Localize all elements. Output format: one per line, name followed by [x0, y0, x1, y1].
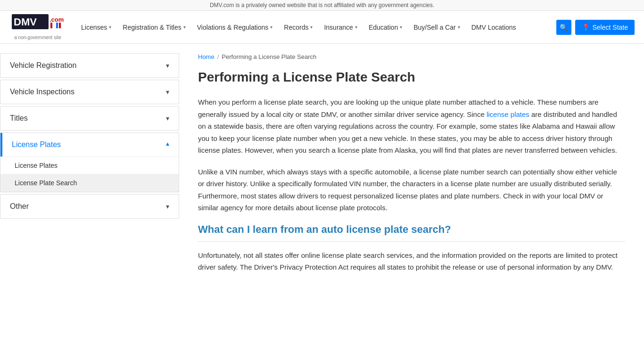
breadcrumb-home[interactable]: Home: [198, 53, 215, 60]
section-2-title: What can I learn from an auto license pl…: [198, 223, 625, 242]
paragraph-1: When you perform a license plate search,…: [198, 96, 625, 156]
chevron-icon: ▾: [270, 25, 272, 30]
breadcrumb-current: Performing a License Plate Search: [222, 53, 316, 60]
page-title: Performing a License Plate Search: [198, 70, 625, 85]
header: DMV .com a non-government site Licenses …: [0, 11, 644, 44]
select-state-button[interactable]: 📍 Select State: [575, 20, 635, 35]
chevron-down-icon: ▾: [166, 88, 169, 96]
sidebar-item-titles: Titles ▾: [0, 106, 179, 131]
sidebar-other-header[interactable]: Other ▾: [0, 195, 179, 218]
nav-locations[interactable]: DMV Locations: [466, 11, 522, 44]
chevron-down-icon: ▾: [166, 62, 169, 69]
paragraph-3: Unfortunately, not all states offer onli…: [198, 249, 625, 273]
chevron-icon: ▾: [458, 25, 460, 30]
svg-rect-5: [56, 23, 58, 28]
chevron-icon: ▾: [109, 25, 111, 30]
content-body: When you perform a license plate search,…: [198, 96, 625, 273]
search-icon: 🔍: [560, 24, 568, 31]
nav-buy-sell[interactable]: Buy/Sell a Car ▾: [408, 11, 465, 44]
breadcrumb-separator: /: [217, 53, 219, 60]
sidebar-item-license-plates: License Plates ▾ License Plates License …: [0, 132, 179, 192]
main-content: Home / Performing a License Plate Search…: [179, 44, 644, 292]
sidebar-vehicle-inspections-header[interactable]: Vehicle Inspections ▾: [0, 80, 179, 104]
sidebar: Vehicle Registration ▾ Vehicle Inspectio…: [0, 44, 179, 292]
nav-education[interactable]: Education ▾: [363, 11, 408, 44]
sidebar-item-vehicle-registration: Vehicle Registration ▾: [0, 53, 179, 78]
chevron-down-icon: ▾: [166, 203, 169, 210]
sidebar-titles-header[interactable]: Titles ▾: [0, 107, 179, 130]
dmv-logo-svg: DMV .com: [12, 14, 64, 34]
sidebar-sub-license-plates[interactable]: License Plates: [0, 157, 179, 174]
sidebar-item-vehicle-inspections: Vehicle Inspections ▾: [0, 80, 179, 104]
pin-icon: 📍: [582, 24, 590, 31]
svg-rect-4: [53, 23, 55, 28]
nav-records[interactable]: Records ▾: [278, 11, 318, 44]
logo-area[interactable]: DMV .com a non-government site: [9, 14, 66, 40]
sidebar-sub-license-plate-search[interactable]: License Plate Search: [0, 174, 179, 192]
nav-registration[interactable]: Registration & Titles ▾: [117, 11, 191, 44]
nav-violations[interactable]: Violations & Regulations ▾: [191, 11, 279, 44]
sidebar-item-other: Other ▾: [0, 194, 179, 219]
chevron-down-icon: ▾: [166, 115, 169, 122]
sidebar-license-plates-sub: License Plates License Plate Search: [0, 156, 179, 192]
paragraph-2: Unlike a VIN number, which always stays …: [198, 166, 625, 214]
sidebar-license-plates-header[interactable]: License Plates ▾: [0, 133, 179, 156]
svg-text:.com: .com: [50, 16, 64, 23]
chevron-up-icon: ▾: [166, 141, 169, 148]
nav-licenses[interactable]: Licenses ▾: [75, 11, 117, 44]
top-banner: DMV.com is a privately owned website tha…: [0, 0, 644, 11]
nav-right: 🔍 📍 Select State: [556, 20, 635, 35]
license-plates-link[interactable]: license plates: [487, 110, 529, 118]
chevron-icon: ▾: [400, 25, 402, 30]
chevron-icon: ▾: [355, 25, 357, 30]
svg-rect-3: [50, 23, 52, 28]
sidebar-vehicle-registration-header[interactable]: Vehicle Registration ▾: [0, 54, 179, 77]
nav-insurance[interactable]: Insurance ▾: [318, 11, 363, 44]
main-layout: Vehicle Registration ▾ Vehicle Inspectio…: [0, 44, 644, 292]
search-button[interactable]: 🔍: [556, 20, 571, 35]
chevron-icon: ▾: [310, 25, 313, 30]
logo-subtitle: a non-government site: [14, 35, 61, 40]
breadcrumb: Home / Performing a License Plate Search: [198, 53, 625, 60]
chevron-icon: ▾: [183, 25, 186, 30]
main-nav: Licenses ▾ Registration & Titles ▾ Viola…: [75, 11, 556, 44]
svg-rect-6: [59, 23, 61, 28]
svg-text:DMV: DMV: [14, 16, 37, 28]
